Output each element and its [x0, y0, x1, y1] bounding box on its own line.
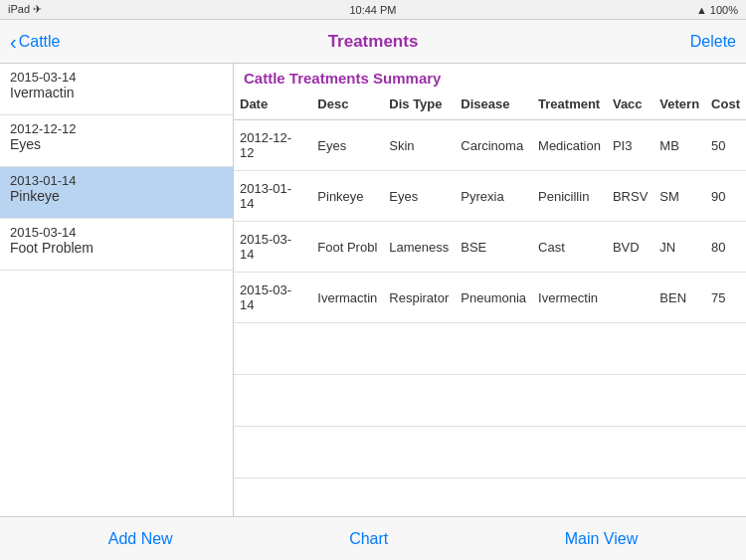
chart-button[interactable]: Chart: [349, 530, 388, 548]
table-cell: 50: [705, 120, 746, 171]
table-cell-empty: [311, 427, 383, 478]
table-column-header: Cost: [705, 89, 746, 120]
sidebar-item-desc: Eyes: [10, 136, 223, 152]
table-cell: [607, 273, 653, 323]
table-cell-empty: [607, 427, 653, 478]
table-cell-empty: [311, 375, 383, 427]
table-cell: Ivermactin: [311, 273, 383, 323]
table-cell-empty: [455, 323, 532, 375]
table-cell: BVD: [607, 222, 653, 273]
table-cell: Medication: [532, 120, 607, 171]
table-column-header: Disease: [455, 89, 532, 120]
table-cell-empty: [234, 427, 311, 478]
table-cell-empty: [455, 375, 532, 427]
header-row: DateDescDis TypeDiseaseTreatmentVaccVete…: [234, 89, 746, 120]
table-cell: BRSV: [607, 171, 653, 222]
sidebar-item-date: 2015-03-14: [10, 70, 223, 85]
table-cell: Carcinoma: [455, 120, 532, 171]
table-cell: Penicillin: [532, 171, 607, 222]
table-cell: Foot Probl: [311, 222, 383, 273]
bottom-bar: Add New Chart Main View: [0, 516, 746, 560]
table-row-empty: [234, 478, 746, 517]
table-cell-empty: [455, 427, 532, 478]
back-chevron-icon: ‹: [10, 32, 17, 52]
table-header: DateDescDis TypeDiseaseTreatmentVaccVete…: [234, 89, 746, 120]
table-column-header: Date: [234, 89, 311, 120]
table-cell-empty: [653, 478, 705, 517]
table-row-empty: [234, 427, 746, 478]
nav-bar: ‹ Cattle Treatments Delete: [0, 20, 746, 64]
table-cell-empty: [455, 478, 532, 517]
table-row[interactable]: 2012-12-12EyesSkinCarcinomaMedicationPI3…: [234, 120, 746, 171]
table-row-empty: [234, 375, 746, 427]
sidebar-item-desc: Pinkeye: [10, 188, 223, 204]
sidebar-item[interactable]: 2012-12-12Eyes: [0, 115, 233, 167]
nav-back[interactable]: ‹ Cattle: [10, 32, 60, 52]
table-row[interactable]: 2015-03-14IvermactinRespiratorPneumoniaI…: [234, 273, 746, 323]
table-cell-empty: [532, 323, 607, 375]
table-cell: PI3: [607, 120, 653, 171]
table-cell-empty: [653, 375, 705, 427]
table-cell-empty: [607, 478, 653, 517]
table-cell-empty: [311, 323, 383, 375]
status-time: 10:44 PM: [349, 4, 396, 16]
table-cell-empty: [234, 478, 311, 517]
table-cell-empty: [532, 478, 607, 517]
table-cell: SM: [653, 171, 705, 222]
table-column-header: Vetern: [653, 89, 705, 120]
status-left: iPad ✈: [8, 3, 42, 16]
sidebar: 2015-03-14Ivermactin2012-12-12Eyes2013-0…: [0, 64, 234, 516]
table-column-header: Treatment: [532, 89, 607, 120]
table-cell-empty: [532, 375, 607, 427]
table-cell-empty: [383, 375, 455, 427]
table-cell: Eyes: [311, 120, 383, 171]
table-cell-empty: [311, 478, 383, 517]
delete-button[interactable]: Delete: [690, 33, 736, 51]
table-cell-empty: [383, 427, 455, 478]
sidebar-item[interactable]: 2015-03-14Ivermactin: [0, 64, 233, 115]
table-cell: BEN: [653, 273, 705, 323]
status-right: ▲ 100%: [696, 4, 738, 16]
table-cell-empty: [653, 323, 705, 375]
status-battery: ▲ 100%: [696, 4, 738, 16]
sidebar-item-date: 2013-01-14: [10, 173, 223, 188]
table-cell: 75: [705, 273, 746, 323]
nav-title: Treatments: [328, 32, 419, 52]
sidebar-item[interactable]: 2013-01-14Pinkeye: [0, 167, 233, 219]
table-cell-empty: [383, 323, 455, 375]
main-view-button[interactable]: Main View: [565, 530, 639, 548]
table-cell-empty: [607, 323, 653, 375]
table-cell-empty: [234, 323, 311, 375]
table-row[interactable]: 2015-03-14Foot ProblLamenessBSECastBVDJN…: [234, 222, 746, 273]
table-row[interactable]: 2013-01-14PinkeyeEyesPyrexiaPenicillinBR…: [234, 171, 746, 222]
table-cell: Pyrexia: [455, 171, 532, 222]
table-cell-empty: [705, 478, 746, 517]
table-cell: Cast: [532, 222, 607, 273]
treatments-table: DateDescDis TypeDiseaseTreatmentVaccVete…: [234, 89, 746, 516]
table-cell-empty: [532, 427, 607, 478]
table-cell: 2012-12-12: [234, 120, 311, 171]
table-cell: 2013-01-14: [234, 171, 311, 222]
table-cell: Lameness: [383, 222, 455, 273]
table-cell-empty: [705, 427, 746, 478]
sidebar-item-date: 2015-03-14: [10, 225, 223, 240]
status-bar: iPad ✈ 10:44 PM ▲ 100%: [0, 0, 746, 20]
table-cell: Eyes: [383, 171, 455, 222]
table-cell: BSE: [455, 222, 532, 273]
status-device: iPad ✈: [8, 3, 42, 16]
sidebar-item[interactable]: 2015-03-14Foot Problem: [0, 219, 233, 271]
add-new-button[interactable]: Add New: [108, 530, 173, 548]
table-cell: 2015-03-14: [234, 222, 311, 273]
table-cell: Pneumonia: [455, 273, 532, 323]
table-cell: 2015-03-14: [234, 273, 311, 323]
table-cell: Ivermectin: [532, 273, 607, 323]
back-label[interactable]: Cattle: [19, 33, 61, 51]
table-cell-empty: [705, 323, 746, 375]
table-cell: Skin: [383, 120, 455, 171]
table-column-header: Vacc: [607, 89, 653, 120]
table-cell-empty: [653, 427, 705, 478]
table-cell-empty: [234, 375, 311, 427]
sidebar-item-date: 2012-12-12: [10, 121, 223, 136]
table-cell-empty: [383, 478, 455, 517]
table-cell: JN: [653, 222, 705, 273]
